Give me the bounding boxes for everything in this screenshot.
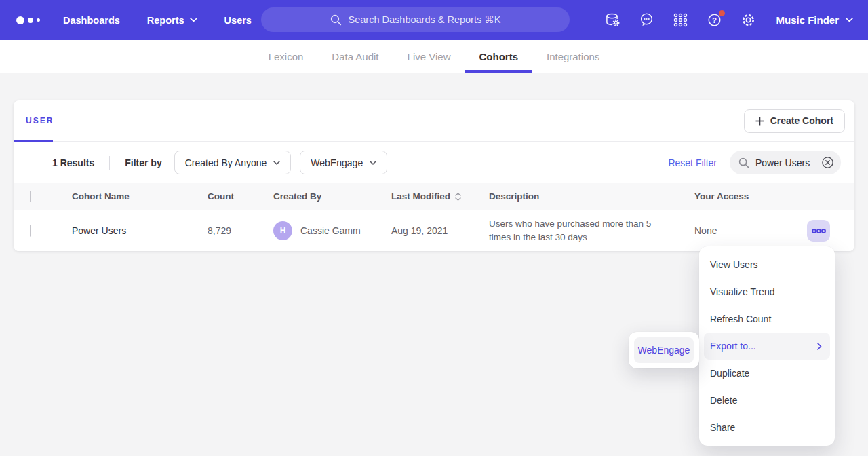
col-header-count[interactable]: Count <box>208 191 273 202</box>
col-header-description[interactable]: Description <box>489 191 694 202</box>
menu-item-view-users[interactable]: View Users <box>699 251 835 278</box>
tab-user-cohorts[interactable]: USER <box>26 116 54 126</box>
user-tab-underline <box>14 140 53 142</box>
nav-utilities: ? Music Finder <box>604 12 853 29</box>
filter-bar: 1 Results Filter by Created By Anyone We… <box>14 142 854 183</box>
section-tabbar: Lexicon Data Audit Live View Cohorts Int… <box>0 40 868 73</box>
col-header-your-access[interactable]: Your Access <box>694 191 807 202</box>
menu-item-delete[interactable]: Delete <box>699 387 835 414</box>
three-dots-icon <box>811 228 827 234</box>
cohort-search-value: Power Users <box>755 157 815 168</box>
help-icon[interactable]: ? <box>705 12 723 29</box>
mixpanel-logo[interactable] <box>16 16 40 24</box>
select-all-checkbox[interactable] <box>30 191 31 202</box>
project-selector[interactable]: Music Finder <box>776 14 853 26</box>
export-connector-filter-dropdown[interactable]: WebEngage <box>300 151 387 174</box>
tab-live-view[interactable]: Live View <box>393 40 465 73</box>
export-submenu: WebEngage <box>629 332 699 368</box>
menu-item-duplicate[interactable]: Duplicate <box>699 360 835 387</box>
plus-icon <box>755 117 764 126</box>
nav-item-users[interactable]: Users <box>224 15 252 26</box>
results-count: 1 Results <box>52 157 94 168</box>
row-actions-menu: View Users Visualize Trend Refresh Count… <box>699 246 835 446</box>
search-icon <box>330 14 342 26</box>
create-cohort-button[interactable]: Create Cohort <box>744 109 845 133</box>
row-checkbox[interactable] <box>30 225 31 237</box>
card-header: USER Create Cohort <box>14 100 854 142</box>
chevron-down-icon <box>370 161 376 165</box>
cohort-name-cell[interactable]: Power Users <box>72 225 208 236</box>
submenu-item-webengage[interactable]: WebEngage <box>634 337 694 363</box>
table-header-row: Cohort Name Count Created By Last Modifi… <box>14 183 854 210</box>
global-search-placeholder: Search Dashboards & Reports ⌘K <box>349 14 501 25</box>
submenu-arrow-icon <box>817 343 822 350</box>
nav-item-dashboards[interactable]: Dashboards <box>63 15 120 26</box>
chevron-down-icon <box>190 18 197 22</box>
project-name: Music Finder <box>776 14 839 26</box>
settings-gear-icon[interactable] <box>739 12 757 29</box>
col-header-last-modified-label: Last Modified <box>391 191 450 202</box>
create-cohort-label: Create Cohort <box>770 115 833 126</box>
created-by-filter-dropdown[interactable]: Created By Anyone <box>174 151 292 174</box>
tab-integrations[interactable]: Integrations <box>532 40 614 73</box>
global-search-input[interactable]: Search Dashboards & Reports ⌘K <box>261 7 570 32</box>
sort-icon[interactable] <box>455 193 461 201</box>
chevron-down-icon <box>273 161 280 165</box>
chevron-down-icon <box>846 18 853 22</box>
last-modified-cell: Aug 19, 2021 <box>391 225 489 236</box>
clear-search-icon[interactable] <box>821 156 834 169</box>
menu-item-refresh-count[interactable]: Refresh Count <box>699 305 835 332</box>
menu-item-export-to[interactable]: Export to... <box>704 332 830 360</box>
tab-data-audit[interactable]: Data Audit <box>317 40 393 73</box>
cohorts-card: USER Create Cohort 1 Results Filter by C… <box>14 100 854 251</box>
row-actions-button[interactable] <box>807 220 830 242</box>
export-connector-filter-value: WebEngage <box>311 157 363 168</box>
menu-item-visualize-trend[interactable]: Visualize Trend <box>699 278 835 305</box>
table-row[interactable]: Power Users 8,729 H Cassie Gamm Aug 19, … <box>14 210 854 251</box>
notification-badge <box>719 10 725 16</box>
col-header-last-modified[interactable]: Last Modified <box>391 191 489 202</box>
description-cell: Users who have purchased more than 5 tim… <box>489 217 694 244</box>
filter-bar-right: Reset Filter Power Users <box>668 151 841 174</box>
filter-by-label: Filter by <box>125 157 161 168</box>
your-access-cell: None <box>694 225 807 236</box>
data-management-icon[interactable] <box>604 12 621 29</box>
messages-icon[interactable] <box>637 12 655 29</box>
tab-lexicon[interactable]: Lexicon <box>254 40 318 73</box>
avatar: H <box>273 221 292 240</box>
search-icon <box>738 157 749 168</box>
apps-grid-icon[interactable] <box>671 12 689 29</box>
tab-cohorts-label: Cohorts <box>479 51 518 62</box>
created-by-filter-value: Created By Anyone <box>185 157 267 168</box>
created-by-cell: H Cassie Gamm <box>273 221 391 240</box>
top-navbar: Dashboards Reports Users Search Dashboar… <box>0 0 868 40</box>
menu-item-export-to-label: Export to... <box>710 341 756 352</box>
reset-filter-link[interactable]: Reset Filter <box>668 157 717 168</box>
divider <box>109 156 110 170</box>
nav-item-reports[interactable]: Reports <box>147 15 197 26</box>
col-header-cohort-name[interactable]: Cohort Name <box>72 191 208 202</box>
col-header-created-by[interactable]: Created By <box>273 191 391 202</box>
active-tab-underline <box>465 70 532 73</box>
menu-item-share[interactable]: Share <box>699 414 835 441</box>
tab-cohorts[interactable]: Cohorts <box>465 40 532 73</box>
svg-text:?: ? <box>712 16 717 24</box>
cohort-search-input[interactable]: Power Users <box>730 151 841 174</box>
created-by-name: Cassie Gamm <box>300 225 361 236</box>
cohorts-page: USER Create Cohort 1 Results Filter by C… <box>0 73 868 251</box>
count-cell: 8,729 <box>208 225 273 236</box>
nav-item-reports-label: Reports <box>147 15 184 26</box>
primary-nav: Dashboards Reports Users <box>63 15 252 26</box>
